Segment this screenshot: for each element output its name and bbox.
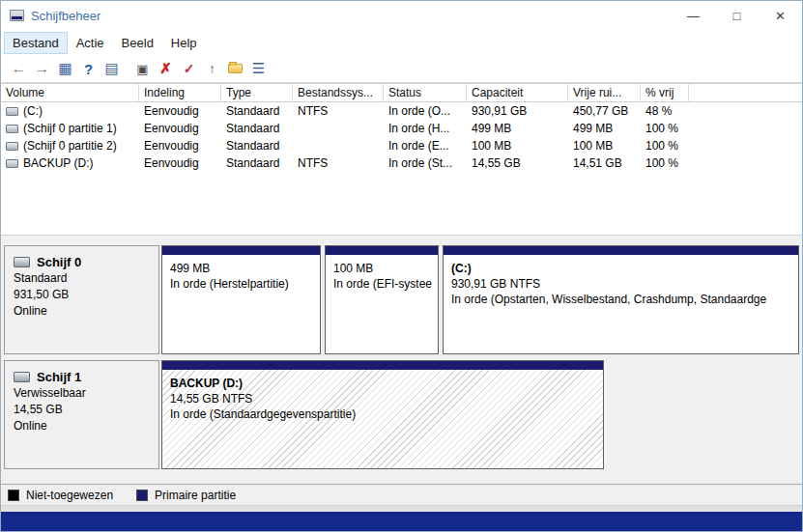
column-header-filler: [689, 84, 802, 101]
back-icon[interactable]: ←: [8, 58, 30, 79]
pct-cell: 100 %: [641, 120, 689, 137]
type-cell: Standaard: [221, 120, 293, 137]
graphical-view: Schijf 0 Standaard 931,50 GB Online 499 …: [1, 242, 802, 484]
bottom-blue-bar: [1, 512, 802, 531]
console-window-icon[interactable]: ▦: [54, 58, 76, 79]
volume-row-partitie1[interactable]: (Schijf 0 partitie 1) Eenvoudig Standaar…: [1, 120, 802, 137]
minimize-button[interactable]: —: [672, 1, 715, 30]
volume-icon: [6, 107, 18, 116]
disk-icon: [14, 372, 30, 382]
disk-0-partitions: 499 MB In orde (Herstelpartitie) 100 MB …: [161, 245, 799, 354]
legend-label: Primaire partitie: [155, 489, 236, 502]
mark-partition-icon[interactable]: ✓: [178, 58, 200, 79]
partition-state: In orde (Herstelpartitie): [170, 276, 312, 292]
disk-0-info[interactable]: Schijf 0 Standaard 931,50 GB Online: [4, 245, 159, 354]
menu-actie[interactable]: Actie: [68, 32, 113, 54]
volume-name: (C:): [23, 104, 43, 118]
pct-cell: 100 %: [641, 154, 689, 172]
fs-cell: [293, 120, 384, 137]
partition-color-strip: [444, 246, 798, 255]
menu-help[interactable]: Help: [162, 32, 206, 54]
fs-cell: [293, 137, 384, 154]
disk-0-row: Schijf 0 Standaard 931,50 GB Online 499 …: [4, 245, 799, 354]
partition-state: In orde (EFI-systee: [333, 276, 430, 292]
volume-row-c[interactable]: (C:) Eenvoudig Standaard NTFS In orde (O…: [1, 102, 802, 120]
disk-name: Schijf 0: [37, 254, 81, 270]
volume-icon: [6, 125, 18, 133]
disk-size: 931,50 GB: [14, 287, 150, 303]
partition-color-strip: [326, 246, 438, 255]
indeling-cell: Eenvoudig: [139, 137, 221, 154]
partition-body: 499 MB In orde (Herstelpartitie): [162, 255, 320, 353]
disk-1-row: Schijf 1 Verwisselbaar 14,55 GB Online B…: [4, 360, 799, 469]
volume-name: BACKUP (D:): [23, 156, 93, 170]
window-frame-edge: [1, 505, 802, 512]
status-cell: In orde (H...: [384, 120, 467, 137]
column-header-vrije-ruimte[interactable]: Vrije rui...: [568, 84, 641, 101]
vrij-cell: 499 MB: [568, 120, 641, 137]
pane-splitter[interactable]: [1, 235, 802, 242]
partition-size: 930,91 GB NTFS: [451, 276, 790, 292]
disk-1-partitions: BACKUP (D:) 14,55 GB NTFS In orde (Stand…: [161, 360, 799, 469]
capaciteit-cell: 499 MB: [467, 120, 568, 137]
forward-icon[interactable]: →: [31, 58, 53, 79]
extend-volume-icon[interactable]: ↑: [201, 58, 223, 79]
disk-name: Schijf 1: [37, 369, 81, 385]
capaciteit-cell: 930,91 GB: [467, 102, 568, 120]
partition-state: In orde (Standaardgegevenspartitie): [170, 406, 595, 422]
title-bar: Schijfbeheer — □ ✕: [1, 1, 802, 30]
column-header-pct-vrij[interactable]: % vrij: [641, 84, 689, 101]
volume-row-backup[interactable]: BACKUP (D:) Eenvoudig Standaard NTFS In …: [1, 154, 802, 172]
partition-backup[interactable]: BACKUP (D:) 14,55 GB NTFS In orde (Stand…: [161, 360, 604, 469]
disk-1-info[interactable]: Schijf 1 Verwisselbaar 14,55 GB Online: [4, 360, 159, 469]
disk-properties-icon[interactable]: ▣: [131, 58, 154, 79]
legend-label: Niet-toegewezen: [26, 489, 113, 502]
partition-body: BACKUP (D:) 14,55 GB NTFS In orde (Stand…: [162, 370, 603, 468]
capaciteit-cell: 100 MB: [467, 137, 568, 154]
toolbar: ← → ▦ ? ▤ ▣ ✗ ✓ ↑ ☰: [1, 55, 802, 83]
menu-bestand[interactable]: Bestand: [4, 32, 68, 54]
volume-list-header: Volume Indeling Type Bestandssys... Stat…: [1, 83, 802, 102]
close-button[interactable]: ✕: [759, 1, 802, 30]
volume-cell: (Schijf 0 partitie 1): [1, 120, 139, 137]
column-header-indeling[interactable]: Indeling: [139, 84, 221, 101]
volume-row-partitie2[interactable]: (Schijf 0 partitie 2) Eenvoudig Standaar…: [1, 137, 802, 154]
partition-efi[interactable]: 100 MB In orde (EFI-systee: [325, 245, 439, 354]
partition-name: BACKUP (D:): [170, 376, 595, 391]
column-header-volume[interactable]: Volume: [1, 84, 139, 101]
volume-cell: BACKUP (D:): [1, 154, 139, 172]
partition-color-strip: [162, 246, 320, 255]
partition-state: In orde (Opstarten, Wisselbestand, Crash…: [451, 292, 790, 307]
partition-recovery[interactable]: 499 MB In orde (Herstelpartitie): [161, 245, 321, 354]
details-view-icon[interactable]: ▤: [100, 58, 123, 79]
folder-icon: [228, 64, 243, 73]
disk-status: Online: [14, 418, 150, 434]
partition-c[interactable]: (C:) 930,91 GB NTFS In orde (Opstarten, …: [443, 245, 799, 354]
volume-name: (Schijf 0 partitie 2): [23, 139, 117, 153]
legend-bar: Niet-toegewezen Primaire partitie: [1, 484, 802, 505]
type-cell: Standaard: [221, 102, 293, 120]
partition-name: (C:): [451, 261, 790, 276]
column-header-bestandssysteem[interactable]: Bestandssys...: [293, 84, 384, 101]
type-cell: Standaard: [221, 154, 293, 172]
delete-volume-icon[interactable]: ✗: [155, 58, 177, 79]
volume-cell: (Schijf 0 partitie 2): [1, 137, 139, 154]
volume-name: (Schijf 0 partitie 1): [23, 122, 117, 135]
status-cell: In orde (O...: [384, 102, 467, 120]
help-icon[interactable]: ?: [77, 58, 100, 79]
status-cell: In orde (E...: [384, 137, 467, 154]
volume-list-empty-area: [1, 172, 802, 235]
partition-body: (C:) 930,91 GB NTFS In orde (Opstarten, …: [444, 255, 798, 353]
menu-beeld[interactable]: Beeld: [113, 32, 162, 54]
disk-management-app-icon: [10, 10, 24, 21]
partition-size: 14,55 GB NTFS: [170, 391, 595, 406]
folder-tools-icon[interactable]: [224, 58, 246, 79]
column-header-status[interactable]: Status: [384, 84, 467, 101]
column-header-type[interactable]: Type: [221, 84, 293, 101]
maximize-button[interactable]: □: [715, 1, 759, 30]
column-header-capaciteit[interactable]: Capaciteit: [467, 84, 568, 101]
capaciteit-cell: 14,55 GB: [467, 154, 568, 172]
list-view-icon[interactable]: ☰: [247, 58, 270, 79]
disk-status: Online: [14, 303, 150, 320]
indeling-cell: Eenvoudig: [139, 120, 221, 137]
